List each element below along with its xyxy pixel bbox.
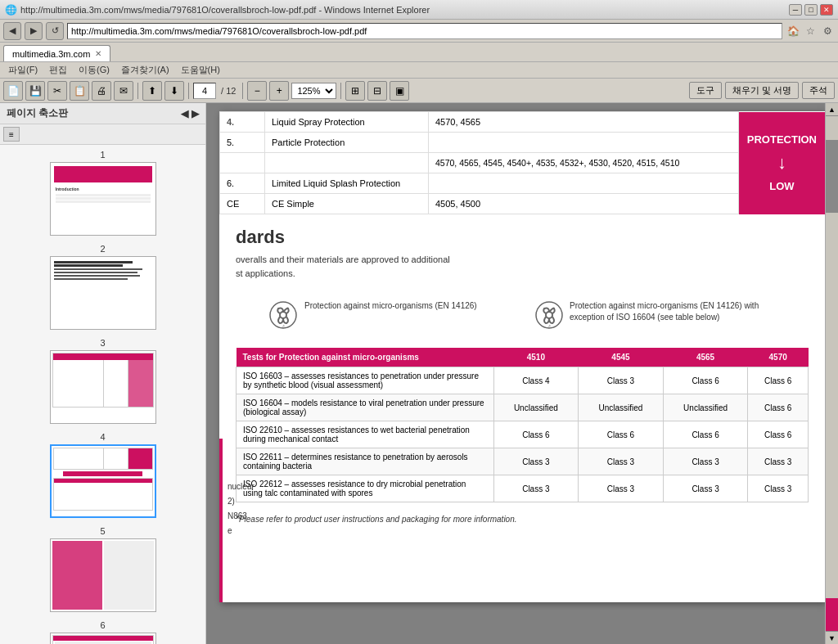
cell-6-codes	[429, 173, 739, 194]
toolbar-icon5[interactable]: 🖨	[92, 81, 111, 101]
sidebar-header: 페이지 축소판 ◀ ▶	[0, 103, 205, 124]
cell-iso22610-4570: Class 6	[748, 421, 809, 448]
home-icon[interactable]: 🏠	[786, 24, 800, 38]
page-total: / 12	[219, 86, 238, 96]
scrollbar-accent	[826, 598, 839, 631]
scroll-up-button[interactable]: ⬆	[142, 81, 162, 101]
cell-6-num: 6.	[220, 173, 265, 194]
thumb-2-number: 2	[100, 244, 105, 254]
menu-file[interactable]: 파일(F)	[3, 63, 43, 77]
protection-arrow-cell: PROTECTION ↓ LOW	[738, 112, 825, 214]
standards-section: dards overalls and their materials are a…	[219, 214, 825, 288]
tools-button[interactable]: 도구	[689, 82, 722, 99]
menu-edit[interactable]: 편집	[44, 63, 72, 77]
thumb-3-box	[50, 350, 156, 424]
fill-sign-button[interactable]: 채우기 및 서명	[725, 82, 799, 99]
toolbar-sep3	[242, 83, 243, 99]
scrollbar-thumb[interactable]	[826, 140, 838, 212]
svg-point-4	[546, 312, 552, 318]
fit-page-button[interactable]: ⊞	[345, 81, 365, 101]
refresh-button[interactable]: ↺	[46, 22, 64, 40]
cell-5-num: 5.	[220, 133, 265, 153]
scroll-down-button[interactable]: ⬇	[164, 81, 184, 101]
page-number-input[interactable]	[193, 83, 216, 99]
standards-title: dards	[236, 227, 809, 248]
table-row-6: 6. Limited Liquid Splash Protection	[220, 173, 826, 194]
cell-5-desc: Particle Protection	[265, 133, 429, 153]
svg-point-1	[280, 312, 286, 318]
minimize-button[interactable]: ─	[789, 4, 802, 16]
cell-4-num: 4.	[220, 112, 265, 133]
cell-iso22610-4545: Class 6	[579, 421, 664, 448]
sidebar-thumbs: 1 Introduction 2	[0, 145, 205, 644]
left-side-text: nuclear 2) N863 e	[228, 480, 255, 538]
sidebar-nav-prev[interactable]: ◀	[181, 108, 188, 119]
sidebar-nav-next[interactable]: ▶	[191, 108, 199, 119]
fullscreen-button[interactable]: ▣	[390, 81, 409, 101]
fit-width-button[interactable]: ⊟	[367, 81, 387, 101]
zoom-select[interactable]: 75% 100% 125% 150% 200%	[291, 83, 336, 99]
star-icon[interactable]: ☆	[803, 24, 818, 38]
maximize-button[interactable]: □	[804, 4, 818, 16]
table-row-iso22612: ISO 22612 – assesses resistance to dry m…	[237, 475, 809, 502]
toolbar-icon3[interactable]: ✂	[47, 81, 67, 101]
address-input[interactable]	[67, 23, 782, 39]
toolbar-sep1	[137, 83, 138, 99]
scrollbar-up-button[interactable]: ▲	[826, 103, 839, 116]
sidebar: 페이지 축소판 ◀ ▶ ≡ 1 Introduction	[0, 103, 206, 644]
sidebar-title: 페이지 축소판	[7, 106, 68, 120]
thumb-3[interactable]: 3	[3, 338, 202, 424]
close-button[interactable]: ✕	[820, 4, 833, 16]
table-row-iso16604: ISO 16604 – models resistance to viral p…	[237, 394, 809, 421]
cell-ce-desc: CE Simple	[265, 194, 429, 214]
icon-1-text: Protection against micro-organisms (EN 1…	[304, 300, 477, 312]
menu-help[interactable]: 도움말(H)	[176, 63, 225, 77]
cell-5-codes	[429, 133, 739, 153]
thumb-6[interactable]: 6	[3, 620, 202, 644]
zoom-in-button[interactable]: +	[269, 81, 289, 101]
thumb-5-box	[50, 538, 156, 612]
toolbar-icon1[interactable]: 📄	[3, 81, 23, 101]
col-header-test: Tests for Protection against micro-organ…	[237, 348, 494, 367]
cell-iso16604-4510: Unclassified	[493, 394, 579, 421]
pdf-viewer[interactable]: ▲ ▼ 4. Liquid Spray Protection 4570, 456…	[206, 103, 838, 644]
menu-favorites[interactable]: 즐겨찾기(A)	[116, 63, 174, 77]
standards-text-2: st applications.	[236, 267, 809, 281]
footnote: *Please refer to product user instructio…	[219, 511, 825, 528]
sidebar-btn1[interactable]: ≡	[3, 127, 20, 142]
tab-close-button[interactable]: ✕	[95, 49, 101, 58]
table-row-iso22611: ISO 22611 – determines resistance to pen…	[237, 448, 809, 475]
standards-text-1: overalls and their materials are approve…	[236, 253, 809, 267]
cell-iso16603-4545: Class 3	[579, 367, 664, 394]
thumb-2[interactable]: 2	[3, 244, 202, 330]
thumb-1-box: Introduction	[50, 162, 156, 236]
active-tab[interactable]: multimedia.3m.com ✕	[3, 45, 110, 61]
annotate-button[interactable]: 주석	[802, 82, 835, 99]
toolbar-icon6[interactable]: ✉	[114, 81, 133, 101]
cell-iso16604-4570: Class 6	[748, 394, 809, 421]
menu-bar: 파일(F) 편집 이동(G) 즐겨찾기(A) 도움말(H)	[0, 62, 838, 79]
address-bar: ◀ ▶ ↺ 🏠 ☆ ⚙	[0, 20, 838, 43]
cell-5b-codes: 4570, 4565, 4545, 4540+, 4535, 4532+, 45…	[429, 153, 739, 173]
toolbar-icon4[interactable]: 📋	[70, 81, 89, 101]
thumb-1[interactable]: 1 Introduction	[3, 150, 202, 236]
toolbar-icon2[interactable]: 💾	[25, 81, 45, 101]
scrollbar-track[interactable]	[826, 116, 838, 598]
zoom-out-button[interactable]: −	[247, 81, 267, 101]
thumb-5[interactable]: 5	[3, 526, 202, 612]
cell-iso16604-4545: Unclassified	[579, 394, 664, 421]
icon-2-text: Protection against micro-organisms (EN 1…	[570, 300, 776, 323]
settings-icon[interactable]: ⚙	[820, 24, 835, 38]
thumb-4[interactable]: 4	[3, 432, 202, 518]
cell-iso22611-4545: Class 3	[579, 448, 664, 475]
back-button[interactable]: ◀	[3, 22, 21, 40]
scrollbar-down-button[interactable]: ▼	[826, 631, 839, 644]
table-row-5: 5. Particle Protection	[220, 133, 826, 153]
forward-button[interactable]: ▶	[25, 22, 43, 40]
col-header-4510: 4510	[493, 348, 579, 367]
thumb-4-number: 4	[100, 432, 105, 442]
menu-go[interactable]: 이동(G)	[74, 63, 115, 77]
cell-iso22611-4565: Class 3	[663, 448, 748, 475]
cell-iso16603-4510: Class 4	[493, 367, 579, 394]
toolbar-right: 도구 채우기 및 서명 주석	[689, 82, 835, 99]
